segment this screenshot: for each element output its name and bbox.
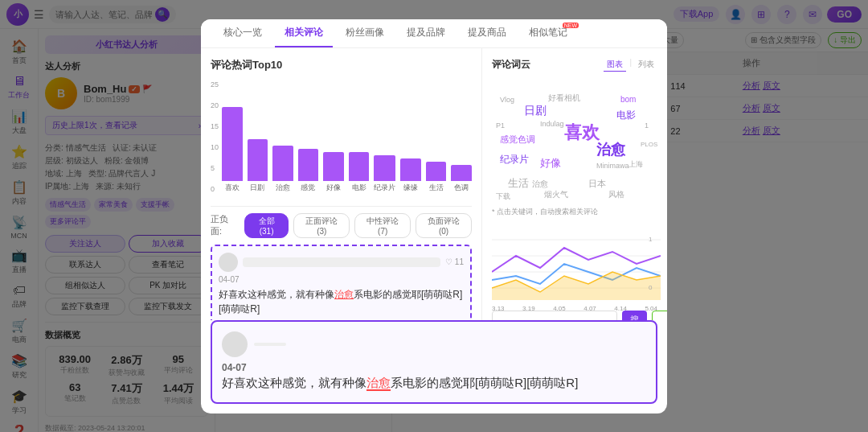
modal-tab-products[interactable]: 提及商品 <box>458 19 516 47</box>
word-电影[interactable]: 电影 <box>616 109 636 121</box>
filter-all-button[interactable]: 全部(31) <box>244 213 289 238</box>
bar-label: 好像 <box>326 183 341 193</box>
word-vlog[interactable]: Vlog <box>500 96 514 104</box>
comment-avatar-1 <box>219 253 238 272</box>
comment-text-1: 好喜欢这种感觉，就有种像治愈系电影的感觉耶[萌萌哒R][萌萌哒R] <box>219 287 464 316</box>
word-abl[interactable]: 上海 <box>628 160 643 168</box>
bar-缘缘: 缘缘 <box>400 158 421 193</box>
chart-view-list[interactable]: 列表 <box>635 58 657 72</box>
bar-生活: 生活 <box>426 162 447 193</box>
word-smoke[interactable]: 烟火气 <box>544 190 568 199</box>
bar-label: 感觉 <box>301 183 315 193</box>
modal-body: 评论热词Top10 2520151050 喜欢 <box>201 48 667 320</box>
filter-neutral-button[interactable]: 中性评论(7) <box>354 213 411 238</box>
bar-label: 色调 <box>454 183 469 193</box>
bar-label: 生活 <box>429 183 444 193</box>
bar-label: 纪录片 <box>374 183 395 193</box>
bar-item <box>400 158 421 181</box>
bar-item <box>248 139 268 181</box>
modal-left-panel: 评论热词Top10 2520151050 喜欢 <box>201 48 482 320</box>
big-comment-avatar <box>222 331 248 357</box>
big-comment-date: 04-07 <box>222 362 646 373</box>
x-axis-labels: 3.133.194.054.074.145.04 <box>492 305 657 312</box>
bar-治愈: 治愈 <box>272 146 293 193</box>
modal-dialog: 核心一览 相关评论 粉丝画像 提及品牌 提及商品 相似笔记 NEW 评论热词To… <box>201 19 667 413</box>
word-日本[interactable]: 日本 <box>588 179 606 188</box>
bar-label: 日剧 <box>250 183 264 193</box>
word-p1[interactable]: P1 <box>496 121 505 130</box>
bar-item <box>374 155 395 181</box>
svg-text:0: 0 <box>649 284 653 291</box>
bar-item <box>451 165 472 181</box>
big-comment-header <box>222 331 646 357</box>
modal-tab-comments[interactable]: 相关评论 <box>275 19 333 47</box>
word-cloud-header: 评论词云 图表 | 列表 <box>492 58 657 72</box>
word-camera[interactable]: 好看相机 <box>548 93 580 102</box>
filter-label: 正负面: <box>211 213 240 237</box>
bar-label: 电影 <box>352 183 366 193</box>
modal-tab-fans[interactable]: 粉丝画像 <box>336 19 394 47</box>
new-badge: NEW <box>563 23 579 28</box>
bar-item <box>426 162 447 181</box>
bar-chart: 喜欢 日剧 治愈 <box>222 80 472 193</box>
word-plos[interactable]: PLOS <box>641 141 657 148</box>
trend-svg: 1 0 <box>492 224 661 304</box>
bar-item <box>298 149 319 181</box>
modal-tab-core[interactable]: 核心一览 <box>214 19 272 47</box>
bar-label: 治愈 <box>276 183 290 193</box>
trend-line-chart: 1 0 3.133.194.054.074.145.04 <box>492 224 657 304</box>
word-minimawa[interactable]: Minimawa <box>596 162 629 170</box>
bar-label: 缘缘 <box>403 183 418 193</box>
bar-喜欢: 喜欢 <box>222 107 243 193</box>
bar-item <box>349 152 370 181</box>
bar-好像: 好像 <box>323 152 344 193</box>
word-生活[interactable]: 生活 <box>508 177 529 189</box>
word-bom[interactable]: bom <box>620 95 636 104</box>
filter-negative-button[interactable]: 负面评论(0) <box>416 213 472 238</box>
bar-日剧: 日剧 <box>248 139 268 193</box>
bar-chart-container: 2520151050 喜欢 日剧 <box>211 80 472 200</box>
bar-label: 喜欢 <box>225 183 240 193</box>
modal-right-panel: 评论词云 图表 | 列表 喜欢 日剧 治愈 感觉色调 <box>482 48 667 320</box>
modal-tab-similar[interactable]: 相似笔记 NEW <box>519 19 577 47</box>
word-纪录片[interactable]: 纪录片 <box>500 154 529 165</box>
big-comment-box: 04-07 好喜欢这种感觉，就有种像治愈系电影的感觉耶[萌萌哒R][萌萌哒R] <box>211 320 657 404</box>
bar-item <box>323 152 344 181</box>
comment-item-1[interactable]: ♡ 11 04-07 好喜欢这种感觉，就有种像治愈系电影的感觉耶[萌萌哒R][萌… <box>211 245 472 320</box>
chart-view-chart[interactable]: 图表 <box>604 58 626 72</box>
bar-色调: 色调 <box>451 165 472 193</box>
word-cloud: 喜欢 日剧 治愈 感觉色调 好像 电影 Vlog bom 好看相机 纪录片 生活… <box>492 78 657 207</box>
comment-username-blur <box>243 257 440 267</box>
big-comment-after: 系电影的感觉耶[萌萌哒R][萌萌哒R] <box>391 376 578 389</box>
word-style[interactable]: 风格 <box>608 190 624 199</box>
word-cloud-title: 评论词云 <box>492 58 530 72</box>
word-好像[interactable]: 好像 <box>540 157 561 169</box>
modal-tabs: 核心一览 相关评论 粉丝画像 提及品牌 提及商品 相似笔记 NEW <box>201 19 667 48</box>
big-comment-highlight: 治愈 <box>366 376 391 391</box>
bar-item <box>272 146 293 181</box>
word-download[interactable]: 下载 <box>496 192 510 200</box>
app-container: 小 ☰ 🔍 下载App 👤 ⊞ ? ✉ GO 🏠 首页 🖥 工作台 <box>0 0 868 432</box>
word-cloud-tip: * 点击关键词，自动搜索相关评论 <box>492 207 657 217</box>
modal-tab-brands[interactable]: 提及品牌 <box>397 19 455 47</box>
word-日剧[interactable]: 日剧 <box>524 104 547 117</box>
word-喜欢[interactable]: 喜欢 <box>564 122 600 142</box>
word-indulag[interactable]: Indulag <box>540 120 564 128</box>
comment-date-1: 04-07 <box>219 275 464 284</box>
big-comment-text: 好喜欢这种感觉，就有种像治愈系电影的感觉耶[萌萌哒R][萌萌哒R] <box>222 373 646 393</box>
word-1[interactable]: 1 <box>645 121 649 130</box>
word-感觉色调[interactable]: 感觉色调 <box>500 134 535 144</box>
comment-filter-bar: 正负面: 全部(31) 正面评论(3) 中性评论(7) 负面评论(0) <box>211 213 472 238</box>
word-qzl[interactable]: 治愈 <box>532 179 548 188</box>
y-axis-labels: 2520151050 <box>211 80 219 193</box>
bar-纪录片: 纪录片 <box>374 155 395 193</box>
modal-overlay[interactable]: 核心一览 相关评论 粉丝画像 提及品牌 提及商品 相似笔记 NEW 评论热词To… <box>0 0 868 432</box>
bar-电影: 电影 <box>349 152 370 193</box>
comment-highlight: 治愈 <box>334 289 354 300</box>
filter-positive-button[interactable]: 正面评论(3) <box>293 213 350 238</box>
hot-comments-title: 评论热词Top10 <box>211 58 472 72</box>
big-comment-before: 好喜欢这种感觉，就有种像 <box>222 376 366 389</box>
comment-filter-section: 正负面: 全部(31) 正面评论(3) 中性评论(7) 负面评论(0) ♡ 1 <box>211 206 472 320</box>
bar-感觉: 感觉 <box>298 149 319 193</box>
word-治愈[interactable]: 治愈 <box>596 142 626 158</box>
